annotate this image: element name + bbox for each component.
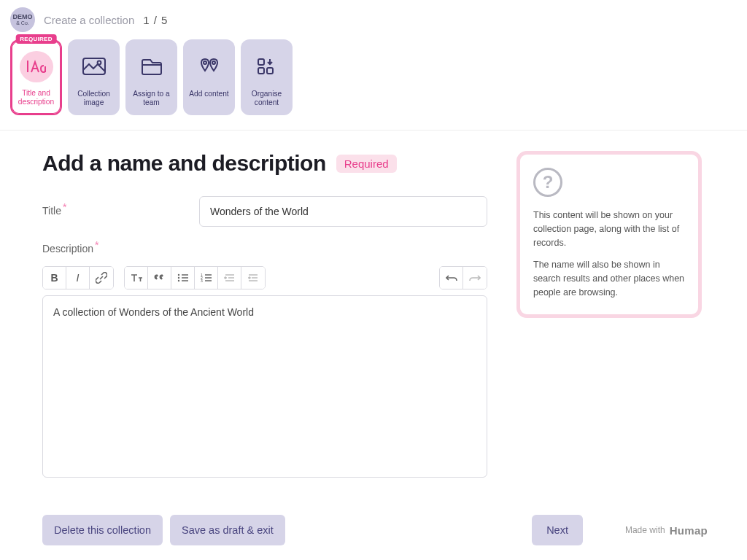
footer-bar: Delete this collection Save as draft & e… [0,480,747,545]
heading-button[interactable] [125,267,148,289]
link-button[interactable] [90,267,113,289]
page-title: Add a name and description [42,151,326,176]
svg-rect-5 [258,68,264,74]
required-pill: Required [336,155,397,173]
svg-point-9 [177,280,179,281]
required-asterisk: * [95,239,98,251]
description-editor[interactable] [42,295,487,478]
title-input[interactable] [199,196,487,227]
logo-line1: DEMO [13,14,33,20]
description-label: Description* [42,243,487,254]
title-label-text: Title [42,205,61,217]
save-draft-button[interactable]: Save as draft & exit [170,515,285,545]
heading-row: Add a name and description Required [42,151,487,176]
undo-button[interactable] [440,267,463,289]
step-organise-content[interactable]: Organise content [241,39,293,115]
help-column: ? This content will be shown on your col… [516,151,702,480]
numbered-list-button[interactable]: 123 [195,267,218,289]
step-label: Collection image [71,90,117,107]
step-label: Title and description [15,89,58,106]
toolbar-group-history [439,266,487,289]
next-button[interactable]: Next [532,515,583,545]
step-title-description[interactable]: REQUIRED Title and description [10,39,62,115]
outdent-icon [224,273,236,283]
redo-icon [469,273,481,282]
italic-button[interactable]: I [66,267,90,289]
folder-icon [135,50,169,83]
svg-point-1 [97,61,101,65]
numbered-list-icon: 123 [201,273,212,283]
bullet-list-icon [177,273,189,283]
help-box: ? This content will be shown on your col… [516,151,702,318]
step-counter: 1 / 5 [143,14,168,26]
text-aa-icon [20,51,53,82]
redo-button[interactable] [463,267,487,289]
step-label: Assign to a team [128,90,174,107]
title-label: Title* [42,196,185,217]
step-label: Add content [189,90,228,98]
description-label-text: Description [42,243,93,254]
svg-point-2 [204,61,206,64]
step-label: Organise content [244,90,290,107]
quote-icon [154,273,166,283]
brand-name: Humap [670,524,708,537]
undo-icon [446,273,457,282]
help-text-1: This content will be shown on your colle… [533,209,685,249]
bullet-list-button[interactable] [171,267,195,289]
bold-button[interactable]: B [43,267,66,289]
svg-text:3: 3 [201,279,203,283]
required-tag: REQUIRED [15,34,57,44]
tenant-logo: DEMO & Co. [10,7,35,32]
header-bar: DEMO & Co. Create a collection 1 / 5 [0,0,747,35]
breadcrumb: Create a collection [44,14,134,26]
step-tiles: REQUIRED Title and description Collectio… [0,35,747,131]
outdent-button[interactable] [218,267,241,289]
title-field-row: Title* [42,196,487,227]
quote-button[interactable] [148,267,171,289]
indent-icon [247,273,259,283]
help-text-2: The name will also be shown in search re… [533,258,685,299]
grid-arrows-icon [250,50,284,83]
required-asterisk: * [63,201,66,213]
svg-rect-4 [258,59,264,65]
italic-icon: I [77,272,80,284]
toolbar-group-block: 123 [124,266,266,289]
indent-button[interactable] [241,267,265,289]
svg-rect-6 [267,68,273,74]
form-column: Add a name and description Required Titl… [42,151,487,480]
bold-icon: B [50,272,58,284]
delete-collection-button[interactable]: Delete this collection [42,515,163,545]
pins-icon [193,50,226,83]
main-content: Add a name and description Required Titl… [0,131,747,480]
help-icon: ? [533,168,562,197]
link-icon [96,272,107,284]
made-with: Made with Humap [625,524,708,537]
step-add-content[interactable]: Add content [183,39,235,115]
editor-toolbar: B I 123 [42,266,487,289]
step-assign-team[interactable]: Assign to a team [125,39,177,115]
logo-line2: & Co. [16,20,29,26]
heading-icon [130,273,143,283]
svg-point-8 [177,277,179,279]
toolbar-group-text: B I [42,266,114,289]
image-icon [77,50,111,83]
made-with-text: Made with [625,525,665,535]
step-collection-image[interactable]: Collection image [68,39,120,115]
svg-point-7 [177,274,179,276]
svg-point-3 [212,61,215,64]
